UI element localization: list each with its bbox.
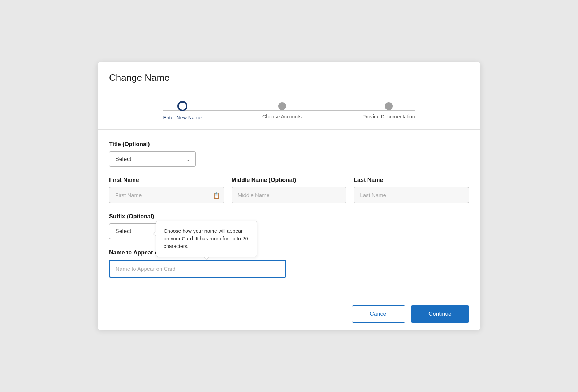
stepper-items: Enter New Name Choose Accounts Provide D… bbox=[163, 101, 415, 121]
stepper-circle-active bbox=[177, 101, 187, 111]
tooltip-box: Choose how your name will appear on your… bbox=[156, 221, 257, 257]
suffix-group: Suffix (Optional) Select Jr. Sr. II III … bbox=[109, 213, 196, 239]
first-name-label: First Name bbox=[109, 177, 224, 183]
modal-footer: Cancel Continue bbox=[98, 298, 480, 330]
last-name-input[interactable] bbox=[354, 187, 469, 203]
suffix-row: Suffix (Optional) Select Jr. Sr. II III … bbox=[109, 213, 469, 239]
change-name-modal: Change Name Enter New Name Choose Accoun… bbox=[98, 62, 480, 330]
form-section: Title (Optional) Select Mr. Mrs. Ms. Dr.… bbox=[98, 130, 480, 298]
title-label: Title (Optional) bbox=[109, 141, 469, 148]
title-select[interactable]: Select Mr. Mrs. Ms. Dr. bbox=[109, 151, 196, 167]
continue-button[interactable]: Continue bbox=[411, 305, 469, 323]
stepper-label-choose-accounts: Choose Accounts bbox=[262, 114, 302, 119]
first-name-group: First Name 📋 bbox=[109, 177, 224, 203]
suffix-label: Suffix (Optional) bbox=[109, 213, 196, 220]
middle-name-input[interactable] bbox=[232, 187, 347, 203]
id-card-icon: 📋 bbox=[213, 192, 220, 199]
stepper-step-provide-documentation: Provide Documentation bbox=[362, 102, 415, 119]
last-name-group: Last Name bbox=[354, 177, 469, 203]
stepper-step-choose-accounts: Choose Accounts bbox=[262, 102, 302, 119]
name-fields-row: First Name 📋 Middle Name (Optional) Last… bbox=[109, 177, 469, 203]
stepper-circle-inactive-1 bbox=[278, 102, 286, 110]
cancel-button[interactable]: Cancel bbox=[352, 305, 405, 323]
title-group: Title (Optional) Select Mr. Mrs. Ms. Dr.… bbox=[109, 141, 469, 167]
stepper-label-enter-new-name: Enter New Name bbox=[163, 115, 202, 121]
first-name-input-wrapper: 📋 bbox=[109, 187, 224, 203]
stepper: Enter New Name Choose Accounts Provide D… bbox=[109, 101, 469, 121]
tooltip-text: Choose how your name will appear on your… bbox=[164, 228, 248, 249]
stepper-label-provide-documentation: Provide Documentation bbox=[362, 114, 415, 119]
stepper-circle-inactive-2 bbox=[385, 102, 393, 110]
last-name-label: Last Name bbox=[354, 177, 469, 183]
tooltip-arrow bbox=[204, 257, 210, 260]
stepper-section: Enter New Name Choose Accounts Provide D… bbox=[98, 91, 480, 130]
stepper-step-enter-new-name: Enter New Name bbox=[163, 101, 202, 121]
middle-name-input-wrapper bbox=[232, 187, 347, 203]
title-select-wrapper: Select Mr. Mrs. Ms. Dr. ⌄ bbox=[109, 151, 196, 167]
middle-name-label: Middle Name (Optional) bbox=[232, 177, 347, 183]
first-name-input[interactable] bbox=[109, 187, 224, 203]
page-title: Change Name bbox=[109, 72, 469, 83]
last-name-input-wrapper bbox=[354, 187, 469, 203]
middle-name-group: Middle Name (Optional) bbox=[232, 177, 347, 203]
card-name-input[interactable] bbox=[109, 260, 286, 278]
modal-header: Change Name bbox=[98, 62, 480, 91]
